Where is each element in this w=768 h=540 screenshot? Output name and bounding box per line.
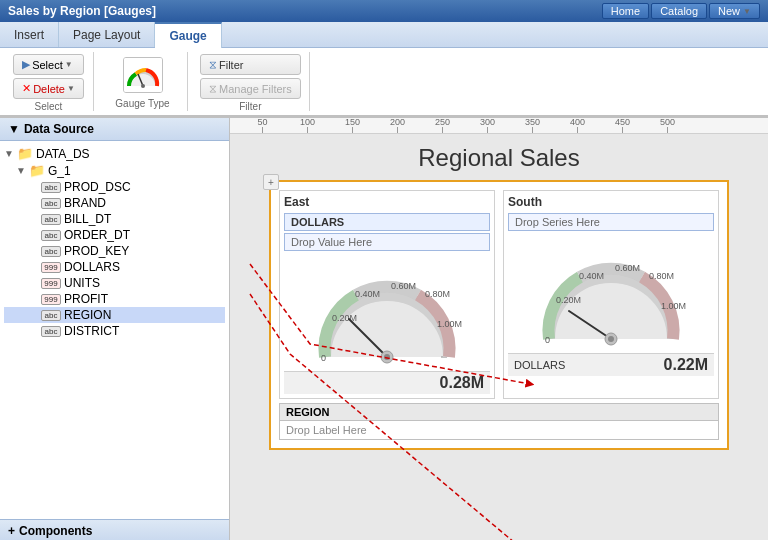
connect-icon[interactable]: + — [263, 174, 279, 190]
type-icon-bill-dt: abc — [41, 214, 61, 225]
gauge-value-south: 0.22M — [664, 356, 708, 374]
delete-dropdown-arrow: ▼ — [67, 84, 75, 93]
tree-item-datads[interactable]: ▼ 📁 DATA_DS — [4, 145, 225, 162]
filter-group-content: ⧖ Filter ⧖ Manage Filters — [200, 54, 301, 99]
expand-datads[interactable]: ▼ — [4, 148, 14, 159]
gauge-value-east: 0.28M — [440, 374, 484, 392]
folder-icon-datads: 📁 — [17, 146, 33, 161]
ruler-mark-50: 50 — [240, 118, 285, 133]
gauge-row: East DOLLARS Drop Value Here — [279, 190, 719, 399]
type-icon-units: 999 — [41, 278, 61, 289]
gauge-panel-east: East DOLLARS Drop Value Here — [279, 190, 495, 399]
tree-item-district[interactable]: abc DISTRICT — [4, 323, 225, 339]
svg-point-21 — [608, 336, 614, 342]
svg-text:0.80M: 0.80M — [425, 289, 450, 299]
components-header: + Components — [0, 519, 229, 540]
canvas-content: Regional Sales + East DOLLARS Drop Value… — [230, 134, 768, 540]
tree-item-prod-key[interactable]: abc PROD_KEY — [4, 243, 225, 259]
tree-item-profit[interactable]: 999 PROFIT — [4, 291, 225, 307]
east-label: East — [284, 195, 490, 209]
dollars-field-east[interactable]: DOLLARS — [284, 213, 490, 231]
tab-insert[interactable]: Insert — [0, 22, 59, 47]
ruler-mark-300: 300 — [465, 118, 510, 133]
title-bar: Sales by Region [Gauges] Home Catalog Ne… — [0, 0, 768, 22]
expand-components[interactable]: + — [8, 524, 15, 538]
type-icon-region: abc — [41, 310, 61, 321]
sidebar: ▼ Data Source ▼ 📁 DATA_DS ▼ 📁 G_1 abc PR… — [0, 118, 230, 540]
type-icon-prod-dsc: abc — [41, 182, 61, 193]
window-title: Sales by Region [Gauges] — [8, 4, 156, 18]
main-area: ▼ Data Source ▼ 📁 DATA_DS ▼ 📁 G_1 abc PR… — [0, 118, 768, 540]
type-icon-order-dt: abc — [41, 230, 61, 241]
folder-icon-g1: 📁 — [29, 163, 45, 178]
tree-item-dollars[interactable]: 999 DOLLARS — [4, 259, 225, 275]
tree-item-brand[interactable]: abc BRAND — [4, 195, 225, 211]
tree-item-bill-dt[interactable]: abc BILL_DT — [4, 211, 225, 227]
svg-text:1.00M: 1.00M — [661, 301, 686, 311]
select-group-label: Select — [35, 101, 63, 112]
tree-item-units[interactable]: 999 UNITS — [4, 275, 225, 291]
tree-item-order-dt[interactable]: abc ORDER_DT — [4, 227, 225, 243]
tab-gauge[interactable]: Gauge — [155, 22, 221, 48]
ribbon-group-select: ▶ Select ▼ ✕ Delete ▼ Select — [4, 52, 94, 111]
gauge-value-row-east: 0.28M — [284, 371, 490, 394]
ruler-mark-150: 150 — [330, 118, 375, 133]
gauge-type-content — [123, 54, 163, 96]
expand-datasource[interactable]: ▼ — [8, 122, 20, 136]
type-icon-profit: 999 — [41, 294, 61, 305]
ruler-mark-250: 250 — [420, 118, 465, 133]
ruler-mark-350: 350 — [510, 118, 555, 133]
svg-text:0: 0 — [545, 335, 550, 345]
svg-text:1.00M: 1.00M — [437, 319, 462, 329]
delete-button[interactable]: ✕ Delete ▼ — [13, 78, 84, 99]
svg-text:0: 0 — [321, 353, 326, 363]
filter-button[interactable]: ⧖ Filter — [200, 54, 301, 75]
datasource-header: ▼ Data Source — [0, 118, 229, 141]
gauge-type-group-label: Gauge Type — [115, 98, 169, 109]
svg-text:0.80M: 0.80M — [649, 271, 674, 281]
svg-text:0.20M: 0.20M — [332, 313, 357, 323]
gauge-value-row-south: DOLLARS 0.22M — [508, 353, 714, 376]
label-zone-drop[interactable]: Drop Label Here — [280, 421, 718, 439]
filter-group-label: Filter — [239, 101, 261, 112]
svg-text:0.60M: 0.60M — [615, 263, 640, 273]
type-icon-dollars: 999 — [41, 262, 61, 273]
gauge-container: + East DOLLARS Drop Value Here — [269, 180, 729, 450]
gauge-value-label-south: DOLLARS — [514, 359, 664, 371]
select-dropdown-arrow: ▼ — [65, 60, 73, 69]
tree-item-region[interactable]: abc REGION — [4, 307, 225, 323]
ribbon: Insert Page Layout Gauge ▶ Select ▼ ✕ — [0, 22, 768, 118]
gauge-type-icon[interactable] — [123, 57, 163, 93]
ruler-mark-450: 450 — [600, 118, 645, 133]
catalog-button[interactable]: Catalog — [651, 3, 707, 19]
select-button[interactable]: ▶ Select ▼ — [13, 54, 84, 75]
svg-text:0.20M: 0.20M — [556, 295, 581, 305]
title-bar-buttons: Home Catalog New ▼ — [602, 3, 760, 19]
label-zone: REGION Drop Label Here — [279, 403, 719, 440]
home-button[interactable]: Home — [602, 3, 649, 19]
ruler-mark-200: 200 — [375, 118, 420, 133]
ruler: 50 100 150 200 250 — [230, 118, 768, 134]
new-dropdown-arrow: ▼ — [743, 7, 751, 16]
svg-text:0.40M: 0.40M — [579, 271, 604, 281]
ruler-mark-500: 500 — [645, 118, 690, 133]
ribbon-group-filter: ⧖ Filter ⧖ Manage Filters Filter — [192, 52, 310, 111]
tab-page-layout[interactable]: Page Layout — [59, 22, 155, 47]
sidebar-tree: ▼ 📁 DATA_DS ▼ 📁 G_1 abc PROD_DSC abc BRA… — [0, 141, 229, 519]
drop-series-south[interactable]: Drop Series Here — [508, 213, 714, 231]
type-icon-brand: abc — [41, 198, 61, 209]
ribbon-tab-bar: Insert Page Layout Gauge — [0, 22, 768, 48]
drop-value-east[interactable]: Drop Value Here — [284, 233, 490, 251]
ribbon-group-gauge-type: Gauge Type — [98, 52, 188, 111]
gauge-dial-east: 0 0.20M 0.40M 0.60M 0.80M 1.00M — [284, 253, 490, 371]
tree-item-g1[interactable]: ▼ 📁 G_1 — [4, 162, 225, 179]
ribbon-content: ▶ Select ▼ ✕ Delete ▼ Select — [0, 48, 768, 116]
gauge-dial-south: 0 0.20M 0.40M 0.60M 0.80M 1.00M — [508, 235, 714, 353]
manage-filters-button[interactable]: ⧖ Manage Filters — [200, 78, 301, 99]
type-icon-prod-key: abc — [41, 246, 61, 257]
expand-g1[interactable]: ▼ — [16, 165, 26, 176]
new-button[interactable]: New ▼ — [709, 3, 760, 19]
gauge-panel-south: South Drop Series Here 0 0.20M — [503, 190, 719, 399]
svg-point-12 — [384, 354, 390, 360]
tree-item-prod-dsc[interactable]: abc PROD_DSC — [4, 179, 225, 195]
